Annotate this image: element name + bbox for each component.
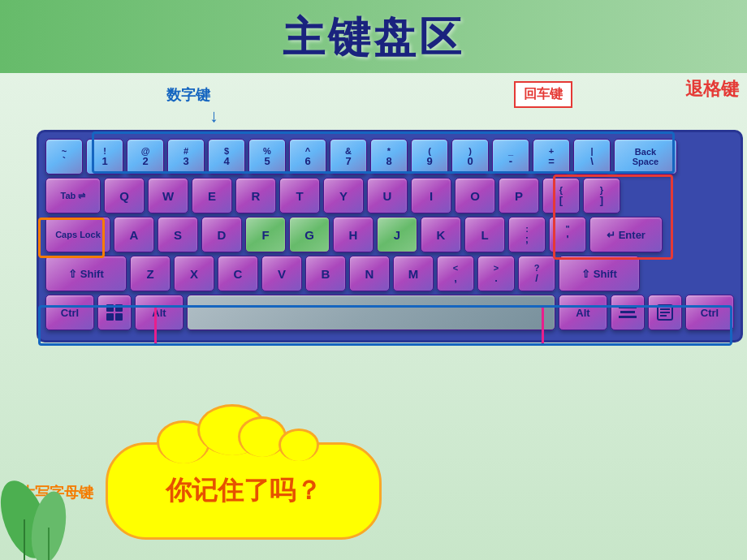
key-t[interactable]: T — [279, 178, 320, 213]
key-comma[interactable]: < , — [437, 256, 474, 291]
windows-icon — [105, 303, 124, 322]
key-left-alt[interactable]: Alt — [135, 295, 184, 330]
key-g[interactable]: G — [289, 217, 330, 252]
key-menu[interactable] — [611, 295, 645, 330]
key-semicolon[interactable]: : ; — [508, 217, 546, 252]
keyboard: ~ ` ! 1 @ 2 # 3 $ 4 — [37, 130, 743, 342]
svg-rect-4 — [619, 306, 637, 308]
key-right-alt[interactable]: Alt — [559, 295, 607, 330]
zxcv-row: ⇧ Shift Z X C V B N M < , > . ? — [45, 256, 734, 291]
svg-rect-0 — [106, 304, 114, 312]
svg-rect-8 — [660, 308, 670, 310]
key-context[interactable] — [648, 295, 682, 330]
key-i[interactable]: I — [411, 178, 451, 213]
key-enter[interactable]: ↵ Enter — [589, 217, 663, 252]
key-quote[interactable]: " ' — [549, 217, 586, 252]
title-bar: 主键盘区 — [0, 0, 747, 73]
key-9[interactable]: ( 9 — [411, 139, 448, 174]
key-left-fn[interactable] — [97, 295, 132, 330]
key-v[interactable]: V — [261, 256, 302, 291]
key-tilde[interactable]: ~ ` — [45, 139, 83, 174]
key-backspace[interactable]: BackSpace — [614, 139, 677, 174]
key-y[interactable]: Y — [323, 178, 364, 213]
key-m[interactable]: M — [393, 256, 434, 291]
key-n[interactable]: N — [349, 256, 390, 291]
labels-area: 数字键 回车键 退格键 ↓ — [0, 81, 747, 130]
key-c[interactable]: C — [218, 256, 258, 291]
key-z[interactable]: Z — [130, 256, 171, 291]
key-u[interactable]: U — [367, 178, 408, 213]
key-d[interactable]: D — [201, 217, 242, 252]
key-rbracket[interactable]: } ] — [583, 178, 620, 213]
svg-rect-1 — [115, 304, 123, 312]
key-5[interactable]: % 5 — [248, 139, 286, 174]
key-b[interactable]: B — [305, 256, 346, 291]
svg-rect-2 — [106, 313, 114, 321]
label-huiche: 回车键 — [514, 81, 572, 108]
svg-rect-5 — [620, 311, 635, 313]
key-equals[interactable]: + = — [533, 139, 570, 174]
svg-rect-3 — [115, 313, 123, 321]
number-row: ~ ` ! 1 @ 2 # 3 $ 4 — [45, 139, 734, 174]
label-tuige: 退格键 — [685, 77, 739, 101]
key-backslash[interactable]: | \ — [573, 139, 611, 174]
leaf-decoration — [0, 454, 81, 560]
key-minus[interactable]: _ - — [492, 139, 529, 174]
key-tab[interactable]: Tab ⇌ — [45, 178, 101, 213]
bottom-row: Ctrl Alt Alt Ctrl — [45, 295, 734, 330]
context-menu-icon — [657, 304, 673, 321]
key-slash[interactable]: ? / — [518, 256, 555, 291]
key-r[interactable]: R — [235, 178, 276, 213]
key-a[interactable]: A — [114, 217, 154, 252]
svg-rect-6 — [619, 316, 637, 318]
menu-icon — [619, 305, 637, 320]
key-1[interactable]: ! 1 — [86, 139, 123, 174]
key-7[interactable]: & 7 — [330, 139, 367, 174]
key-left-shift[interactable]: ⇧ Shift — [45, 256, 127, 291]
key-j[interactable]: J — [377, 217, 417, 252]
key-0[interactable]: ) 0 — [451, 139, 489, 174]
key-left-ctrl[interactable]: Ctrl — [45, 295, 94, 330]
key-lbracket[interactable]: { [ — [542, 178, 580, 213]
key-h[interactable]: H — [333, 217, 374, 252]
key-6[interactable]: ^ 6 — [289, 139, 326, 174]
key-x[interactable]: X — [174, 256, 214, 291]
key-w[interactable]: W — [148, 178, 188, 213]
svg-rect-9 — [660, 312, 670, 313]
key-k[interactable]: K — [421, 217, 461, 252]
key-o[interactable]: O — [455, 178, 495, 213]
label-shuzi: 数字键 — [166, 85, 210, 105]
key-4[interactable]: $ 4 — [208, 139, 245, 174]
qwerty-row: Tab ⇌ Q W E R T Y U I O P { [ } ] — [45, 178, 734, 213]
svg-rect-10 — [660, 315, 667, 317]
key-e[interactable]: E — [192, 178, 232, 213]
key-right-ctrl[interactable]: Ctrl — [685, 295, 734, 330]
key-s[interactable]: S — [158, 217, 198, 252]
cloud-bubble: 你记住了吗？ — [106, 442, 382, 540]
key-right-shift[interactable]: ⇧ Shift — [559, 256, 640, 291]
key-8[interactable]: * 8 — [370, 139, 408, 174]
key-2[interactable]: @ 2 — [127, 139, 164, 174]
key-period[interactable]: > . — [477, 256, 515, 291]
asdf-row: Caps Lock A S D F G H J K L : ; " ' — [45, 217, 734, 252]
key-capslock[interactable]: Caps Lock — [45, 217, 110, 252]
page-title: 主键盘区 — [0, 10, 747, 67]
arrow-shuzi-icon: ↓ — [209, 106, 218, 127]
key-p[interactable]: P — [499, 178, 539, 213]
key-l[interactable]: L — [464, 217, 505, 252]
keyboard-wrapper: ~ ` ! 1 @ 2 # 3 $ 4 — [37, 130, 743, 342]
key-space[interactable] — [187, 295, 555, 330]
key-f[interactable]: F — [245, 217, 286, 252]
cloud-text: 你记住了吗？ — [166, 473, 322, 509]
key-3[interactable]: # 3 — [167, 139, 205, 174]
key-q[interactable]: Q — [104, 178, 145, 213]
